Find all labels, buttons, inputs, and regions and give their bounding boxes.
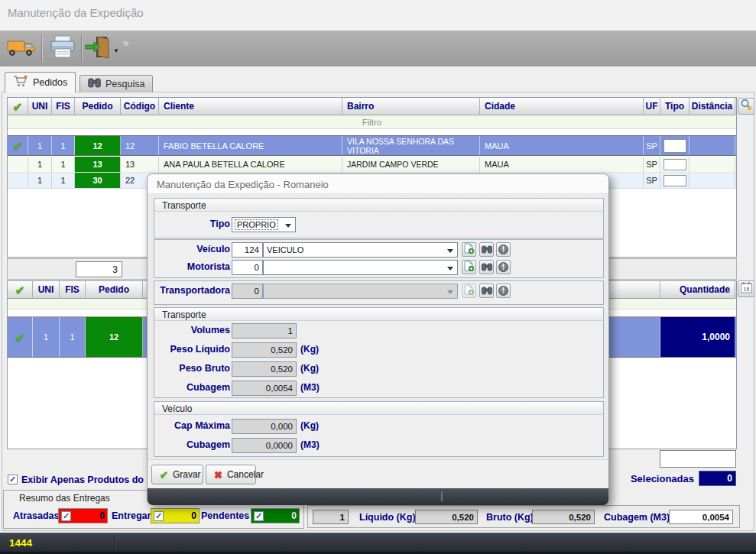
check-icon: ✔ bbox=[15, 332, 25, 343]
motorista-new-button[interactable] bbox=[462, 260, 476, 274]
info-icon: ! bbox=[498, 245, 508, 254]
order-row[interactable]: 1 1 13 13 ANA PAULA BETELLA CALORE JARDI… bbox=[8, 157, 736, 173]
chevron-down-icon bbox=[447, 249, 453, 256]
volumes-field: 1 bbox=[232, 323, 297, 339]
header-fis[interactable]: FIS bbox=[52, 98, 75, 115]
cell-tipo bbox=[660, 136, 689, 155]
cell-quantidade: 1,0000 bbox=[660, 317, 735, 357]
entregar-checkbox[interactable]: ✓ bbox=[154, 511, 164, 521]
liquido-label: Líquido (Kg) bbox=[359, 512, 416, 523]
header-codigo[interactable]: Código bbox=[121, 98, 159, 115]
veiculo-new-button[interactable] bbox=[462, 242, 476, 257]
record-number: 1444 bbox=[9, 537, 32, 549]
main-toolbar: ▼ ★ bbox=[0, 31, 756, 66]
header-check-cell[interactable]: ✔ bbox=[8, 281, 33, 299]
veiculo-name: VEICULO bbox=[267, 245, 303, 254]
cell-uf: SP bbox=[644, 173, 660, 188]
cancel-button[interactable]: ✖ Cancelar bbox=[206, 465, 256, 484]
cell-distancia bbox=[689, 173, 735, 188]
cell-fis: 1 bbox=[52, 157, 75, 172]
motorista-combobox[interactable] bbox=[263, 260, 458, 275]
header-distancia[interactable]: Distância bbox=[689, 98, 735, 115]
header-tipo[interactable]: Tipo bbox=[660, 98, 689, 115]
cubagem-unit: (M3) bbox=[300, 382, 320, 393]
check-icon: ✔ bbox=[160, 469, 168, 481]
tipo-checkbox[interactable] bbox=[664, 175, 686, 186]
header-uni[interactable]: UNI bbox=[33, 281, 60, 299]
header-pedido[interactable]: Pedido bbox=[75, 98, 121, 115]
magnifier-icon bbox=[740, 99, 752, 114]
cubagem-label: Cubagem bbox=[148, 382, 230, 393]
veiculo-code-input[interactable]: 124 bbox=[232, 242, 263, 258]
tab-pedidos-label: Pedidos bbox=[33, 77, 67, 88]
spare-field bbox=[660, 450, 736, 468]
tipo-combobox[interactable]: PROPRIO bbox=[232, 217, 296, 232]
calendar-button[interactable]: 15 bbox=[738, 280, 754, 297]
entregar-field: ✓ 0 bbox=[151, 508, 200, 523]
toolbar-separator bbox=[41, 34, 43, 62]
app-window: Manutenção da Expedição bbox=[0, 0, 756, 554]
cell-uf: SP bbox=[644, 136, 660, 155]
orders-count-field: 3 bbox=[76, 261, 122, 277]
veiculo-search-button[interactable] bbox=[479, 242, 494, 257]
total-count-field: 1 bbox=[313, 510, 349, 524]
header-uni[interactable]: UNI bbox=[28, 98, 52, 115]
header-check-cell[interactable]: ✔ bbox=[8, 98, 28, 115]
transportadora-new-button bbox=[462, 283, 476, 298]
transportadora-search-button[interactable] bbox=[479, 283, 494, 298]
cell-codigo: 13 bbox=[121, 157, 159, 172]
zoom-search-button[interactable] bbox=[738, 98, 754, 115]
exibir-checkbox[interactable]: ✓ bbox=[8, 475, 18, 484]
save-button[interactable]: ✔ Gravar bbox=[151, 465, 203, 484]
header-pedido[interactable]: Pedido bbox=[86, 281, 143, 299]
dialog-bottom-strip bbox=[148, 488, 608, 505]
motorista-search-button[interactable] bbox=[479, 260, 494, 274]
cell-tipo bbox=[660, 157, 689, 172]
transportadora-info-button[interactable]: ! bbox=[496, 283, 511, 298]
cell-cidade: MAUA bbox=[480, 157, 644, 172]
header-cidade[interactable]: Cidade bbox=[480, 98, 644, 115]
veiculo-cubagem-unit: (M3) bbox=[300, 439, 320, 450]
bruto-label: Bruto (Kg) bbox=[486, 512, 534, 523]
veiculo-info-button[interactable]: ! bbox=[496, 242, 511, 257]
header-bairro[interactable]: Bairro bbox=[342, 98, 480, 115]
exit-button[interactable] bbox=[84, 33, 112, 64]
tipo-label: Tipo bbox=[148, 219, 230, 229]
atrasadas-value: 0 bbox=[73, 510, 105, 521]
motorista-code-input[interactable]: 0 bbox=[232, 260, 263, 275]
dialog-title: Manutenção da Expedição - Romaneio bbox=[157, 179, 329, 190]
print-button[interactable] bbox=[46, 33, 79, 64]
pendentes-value: 0 bbox=[265, 510, 297, 521]
header-uf[interactable]: UF bbox=[644, 98, 660, 115]
tab-pedidos[interactable]: Pedidos bbox=[5, 72, 76, 92]
cell-bairro: VILA NOSSA SENHORA DAS VITORIA bbox=[342, 136, 480, 155]
tab-pesquisa[interactable]: Pesquisa bbox=[79, 75, 153, 92]
favorite-star-icon[interactable]: ★ bbox=[121, 37, 131, 50]
tab-strip: Pedidos Pesquisa bbox=[0, 66, 756, 92]
expedition-truck-button[interactable] bbox=[5, 33, 38, 64]
pendentes-checkbox[interactable]: ✓ bbox=[254, 511, 264, 521]
tipo-checkbox[interactable] bbox=[664, 139, 686, 153]
header-quantidade[interactable]: Quantidade bbox=[660, 281, 735, 299]
peso-liquido-unit: (Kg) bbox=[300, 344, 319, 355]
orders-filter-row[interactable]: Filtro bbox=[8, 115, 736, 129]
atrasadas-checkbox[interactable]: ✓ bbox=[61, 511, 71, 521]
new-document-icon bbox=[464, 243, 474, 257]
exit-dropdown-caret-icon[interactable]: ▼ bbox=[113, 47, 119, 54]
exibir-label: Exibir Apenas Produtos do Pedi bbox=[21, 475, 167, 485]
order-row-selected[interactable]: ✔ 1 1 12 12 FABIO BETELLA CALORE VILA NO… bbox=[8, 135, 736, 156]
tipo-checkbox[interactable] bbox=[664, 159, 686, 170]
header-fis[interactable]: FIS bbox=[60, 281, 86, 299]
check-mark: ✓ bbox=[9, 475, 16, 484]
header-cliente[interactable]: Cliente bbox=[159, 98, 342, 115]
peso-bruto-field: 0,520 bbox=[232, 361, 297, 377]
cell-uni: 1 bbox=[33, 317, 60, 357]
check-icon: ✔ bbox=[15, 284, 25, 296]
entregar-label: Entregar bbox=[112, 510, 151, 521]
binoculars-icon bbox=[482, 284, 492, 298]
veiculo-combobox[interactable]: VEICULO bbox=[263, 242, 458, 258]
binoculars-icon bbox=[88, 78, 101, 90]
motorista-info-button[interactable]: ! bbox=[496, 260, 511, 274]
group-title: Transporte bbox=[154, 308, 603, 321]
cubagem-field: 0,0054 bbox=[669, 510, 733, 524]
